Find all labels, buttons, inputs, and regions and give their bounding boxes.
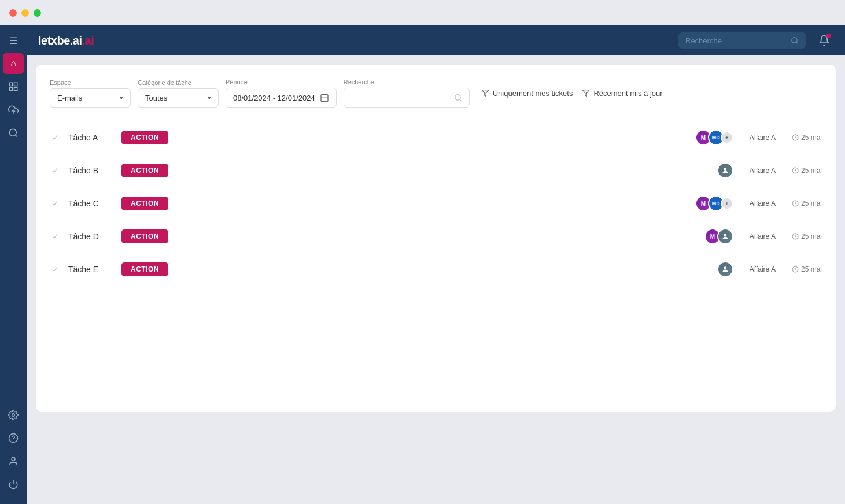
filter-icon [481, 89, 489, 97]
task-action-button-a[interactable]: ACTION [121, 131, 168, 144]
task-action-button-b[interactable]: ACTION [121, 164, 168, 177]
search-icon [791, 36, 799, 45]
avatar: + [721, 131, 733, 144]
categorie-chevron-icon: ▾ [208, 94, 211, 102]
table-row: ✓ Tâche A ACTION M MD + Affaire A [50, 121, 822, 154]
periode-filter-group: Période 08/01/2024 - 12/01/2024 [226, 79, 337, 108]
my-tickets-filter[interactable]: Uniquement mes tickets [481, 89, 573, 98]
calendar-icon [320, 93, 329, 102]
task-affaire-e: Affaire A [750, 265, 776, 273]
task-avatars-d: M [704, 228, 733, 244]
periode-label: Période [226, 79, 337, 86]
espace-filter-group: Espace E-mails ▾ [50, 79, 131, 108]
svg-marker-20 [482, 90, 489, 97]
svg-point-23 [724, 168, 726, 171]
periode-value: 08/01/2024 - 12/01/2024 [233, 94, 315, 102]
task-check-e[interactable]: ✓ [50, 264, 61, 275]
sidebar-item-profile[interactable] [3, 451, 24, 472]
global-search-input[interactable] [685, 36, 786, 45]
categorie-label: Catégorie de tâche [138, 79, 219, 86]
svg-point-7 [12, 414, 15, 417]
filter-icon2 [582, 89, 590, 97]
task-name-e: Tâche E [68, 265, 115, 274]
sidebar-item-help[interactable] [3, 428, 24, 449]
maximize-button[interactable] [34, 9, 41, 17]
my-tickets-label: Uniquement mes tickets [493, 89, 573, 98]
svg-line-6 [15, 135, 17, 136]
table-row: ✓ Tâche E ACTION Affaire A [50, 253, 822, 286]
svg-rect-14 [321, 95, 328, 102]
svg-rect-3 [14, 88, 17, 91]
table-row: ✓ Tâche B ACTION Affaire A [50, 154, 822, 187]
periode-date-picker[interactable]: 08/01/2024 - 12/01/2024 [226, 88, 337, 108]
close-button[interactable] [9, 9, 17, 17]
avatar [717, 162, 733, 179]
sidebar-item-menu[interactable]: ☰ [3, 30, 24, 51]
task-action-button-c[interactable]: ACTION [121, 197, 168, 210]
categorie-filter-group: Catégorie de tâche Toutes ▾ [138, 79, 219, 108]
svg-point-12 [792, 38, 797, 43]
sidebar-item-search[interactable] [3, 123, 24, 143]
categorie-value: Toutes [145, 94, 167, 102]
task-check-a[interactable]: ✓ [50, 132, 61, 143]
svg-rect-1 [14, 83, 17, 86]
sidebar: ☰ ⌂ [0, 25, 27, 504]
task-search[interactable] [344, 88, 470, 108]
task-action-button-e[interactable]: ACTION [121, 262, 168, 276]
svg-point-5 [9, 129, 16, 136]
avatar [717, 261, 733, 277]
task-name-a: Tâche A [68, 133, 115, 142]
titlebar [0, 0, 845, 25]
recently-updated-label: Récement mis à jour [593, 89, 662, 98]
global-search[interactable] [678, 32, 806, 49]
logo: letxbe.ai.ai [38, 34, 94, 47]
espace-select[interactable]: E-mails ▾ [50, 88, 131, 108]
recently-updated-filter[interactable]: Récement mis à jour [582, 89, 662, 98]
svg-marker-21 [583, 90, 590, 97]
sidebar-item-settings[interactable] [3, 405, 24, 425]
svg-point-18 [455, 95, 460, 100]
main-area: Espace E-mails ▾ Catégorie de tâche Tout… [27, 55, 845, 504]
task-date-e: 25 mai [792, 265, 822, 273]
task-date-d: 25 mai [792, 232, 822, 240]
categorie-select[interactable]: Toutes ▾ [138, 88, 219, 108]
notification-button[interactable] [815, 31, 833, 50]
sidebar-item-home[interactable]: ⌂ [3, 53, 24, 74]
espace-value: E-mails [57, 94, 82, 102]
espace-chevron-icon: ▾ [120, 94, 123, 102]
sidebar-item-list[interactable] [3, 76, 24, 97]
clock-icon [792, 167, 799, 174]
task-date-a: 25 mai [792, 134, 822, 142]
task-search-icon [454, 93, 462, 102]
task-avatars-c: M MD + [695, 195, 733, 212]
task-affaire-a: Affaire A [750, 134, 776, 142]
svg-line-13 [796, 42, 798, 44]
task-date-b: 25 mai [792, 166, 822, 175]
clock-icon [792, 200, 799, 207]
task-avatars-e [717, 261, 733, 277]
recherche-label: Recherche [344, 79, 470, 86]
logo-text: letxbe.ai.ai [38, 34, 94, 47]
sidebar-item-power[interactable] [3, 474, 24, 495]
table-row: ✓ Tâche C ACTION M MD + Affaire A [50, 187, 822, 220]
task-check-b[interactable]: ✓ [50, 165, 61, 176]
task-check-c[interactable]: ✓ [50, 198, 61, 209]
avatar [717, 228, 733, 244]
task-name-c: Tâche C [68, 199, 115, 208]
task-search-input[interactable] [351, 94, 449, 102]
espace-label: Espace [50, 79, 131, 86]
task-name-d: Tâche D [68, 232, 115, 241]
task-affaire-b: Affaire A [750, 166, 776, 175]
task-action-button-d[interactable]: ACTION [121, 229, 168, 243]
task-avatars-b [717, 162, 733, 179]
minimize-button[interactable] [21, 9, 29, 17]
clock-icon [792, 134, 799, 141]
recherche-filter-group: Recherche [344, 79, 470, 108]
svg-point-10 [12, 457, 15, 461]
task-date-c: 25 mai [792, 199, 822, 207]
sidebar-item-upload[interactable] [3, 99, 24, 120]
filters-row: Espace E-mails ▾ Catégorie de tâche Tout… [50, 79, 822, 108]
task-check-d[interactable]: ✓ [50, 231, 61, 242]
clock-icon [792, 233, 799, 240]
svg-rect-0 [9, 83, 12, 86]
